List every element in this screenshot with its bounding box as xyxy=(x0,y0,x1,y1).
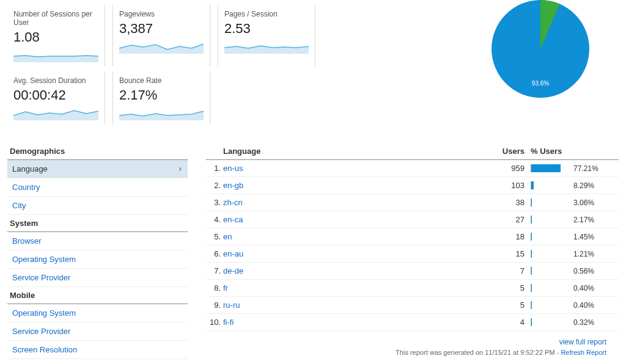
row-language-link[interactable]: zh-cn xyxy=(223,198,488,207)
row-language-link[interactable]: en-ca xyxy=(223,215,488,224)
table-row: 3.zh-cn383.06% xyxy=(206,194,619,211)
bar-track xyxy=(531,198,570,206)
metric-avg-session-duration: Avg. Session Duration 00:00:42 xyxy=(7,71,105,125)
sparkline xyxy=(13,48,98,62)
metric-value: 2.53 xyxy=(224,21,309,37)
col-users: Users xyxy=(488,147,531,156)
row-language-link[interactable]: en-au xyxy=(223,249,488,258)
metric-pages-per-session: Pages / Session 2.53 xyxy=(218,5,315,67)
sidebar-heading-mobile: Mobile xyxy=(7,287,188,304)
generated-sep: - xyxy=(555,349,561,356)
row-index: 10. xyxy=(208,318,223,327)
footer-links: view full report xyxy=(206,331,619,349)
table-header: Language Users % Users xyxy=(206,143,619,160)
bar-fill xyxy=(531,301,532,309)
row-language-link[interactable]: fi-fi xyxy=(223,318,488,327)
col-pct-users: % Users xyxy=(531,147,616,156)
row-pct: 0.32% xyxy=(573,318,594,327)
bar-fill xyxy=(531,284,532,292)
row-language-link[interactable]: de-de xyxy=(223,266,488,275)
view-full-report-link[interactable]: view full report xyxy=(559,338,606,346)
row-index: 7. xyxy=(208,266,223,275)
row-language-link[interactable]: en xyxy=(223,232,488,241)
row-pct: 3.06% xyxy=(573,198,594,207)
row-users: 959 xyxy=(488,164,531,173)
sidebar-heading-demographics: Demographics xyxy=(7,143,188,160)
row-language-link[interactable]: en-gb xyxy=(223,181,488,190)
row-language-link[interactable]: en-us xyxy=(223,164,488,173)
metric-label: Avg. Session Duration xyxy=(13,76,98,85)
row-index: 6. xyxy=(208,249,223,258)
bar-track xyxy=(531,284,570,292)
row-pct: 77.21% xyxy=(573,164,598,173)
row-pct-cell: 8.29% xyxy=(531,181,616,190)
row-users: 5 xyxy=(488,300,531,310)
sidebar-item-mobile-sp[interactable]: Service Provider xyxy=(7,322,188,341)
metric-bounce-rate: Bounce Rate 2.17% xyxy=(112,71,210,125)
metric-label: Pageviews xyxy=(119,10,204,18)
sidebar-item-city[interactable]: City xyxy=(7,197,188,215)
dimension-sidebar: Demographics Language Country City Syste… xyxy=(7,143,188,359)
bar-track xyxy=(531,181,570,189)
sidebar-item-language[interactable]: Language xyxy=(7,160,188,178)
metric-label: Number of Sessions per User xyxy=(13,10,98,27)
pie-main-label: 93.6% xyxy=(532,80,549,87)
table-row: 6.en-au151.21% xyxy=(206,246,619,263)
row-pct: 1.21% xyxy=(573,250,594,258)
table-row: 7.de-de70.56% xyxy=(206,263,619,280)
row-pct-cell: 1.45% xyxy=(531,233,616,241)
row-users: 15 xyxy=(488,249,531,258)
sparkline xyxy=(224,39,309,54)
refresh-report-link[interactable]: Refresh Report xyxy=(561,349,606,356)
row-users: 7 xyxy=(488,266,531,275)
row-index: 9. xyxy=(208,300,223,310)
sidebar-item-country[interactable]: Country xyxy=(7,178,188,197)
sidebar-item-screen-res[interactable]: Screen Resolution xyxy=(7,341,188,359)
table-row: 10.fi-fi40.32% xyxy=(206,314,619,331)
row-pct: 0.40% xyxy=(573,301,594,310)
table-row: 4.en-ca272.17% xyxy=(206,211,619,228)
metric-label: Bounce Rate xyxy=(119,76,204,85)
bar-fill xyxy=(531,216,532,224)
row-language-link[interactable]: ru-ru xyxy=(223,300,488,310)
sparkline xyxy=(119,39,204,54)
generated-line: This report was generated on 11/15/21 at… xyxy=(206,349,619,356)
col-language: Language xyxy=(223,147,488,156)
table-row: 8.fr50.40% xyxy=(206,280,619,297)
row-pct: 0.40% xyxy=(573,284,594,293)
row-pct-cell: 0.56% xyxy=(531,267,616,275)
row-pct: 2.17% xyxy=(573,216,594,224)
row-language-link[interactable]: fr xyxy=(223,283,488,293)
row-pct: 0.56% xyxy=(573,267,594,275)
bar-fill xyxy=(531,198,532,206)
metric-value: 00:00:42 xyxy=(13,87,98,103)
row-index: 5. xyxy=(208,232,223,241)
row-index: 4. xyxy=(208,215,223,224)
pie-chart: 93.6% xyxy=(485,0,595,104)
metric-label: Pages / Session xyxy=(224,10,309,18)
bar-fill xyxy=(531,267,532,275)
bar-fill xyxy=(531,233,532,241)
metric-value: 2.17% xyxy=(119,87,204,103)
row-users: 38 xyxy=(488,198,531,207)
generated-date: 11/15/21 at 9:52:22 PM xyxy=(485,349,554,356)
row-index: 3. xyxy=(208,198,223,207)
bar-fill xyxy=(531,318,532,326)
table-row: 2.en-gb1038.29% xyxy=(206,177,619,194)
table-row: 1.en-us95977.21% xyxy=(206,160,619,177)
bar-track xyxy=(531,250,570,258)
sidebar-item-browser[interactable]: Browser xyxy=(7,232,188,250)
language-table: Language Users % Users 1.en-us95977.21%2… xyxy=(206,143,619,359)
bar-track xyxy=(531,267,570,275)
sidebar-heading-system: System xyxy=(7,215,188,232)
sidebar-item-mobile-os[interactable]: Operating System xyxy=(7,304,188,322)
bar-track xyxy=(531,216,570,224)
row-pct-cell: 0.32% xyxy=(531,318,616,327)
bar-track xyxy=(531,233,570,241)
sidebar-item-os[interactable]: Operating System xyxy=(7,250,188,269)
row-users: 103 xyxy=(488,181,531,190)
generated-prefix: This report was generated on xyxy=(396,349,485,356)
row-users: 18 xyxy=(488,232,531,241)
row-pct-cell: 3.06% xyxy=(531,198,616,207)
sidebar-item-service-provider[interactable]: Service Provider xyxy=(7,269,188,287)
